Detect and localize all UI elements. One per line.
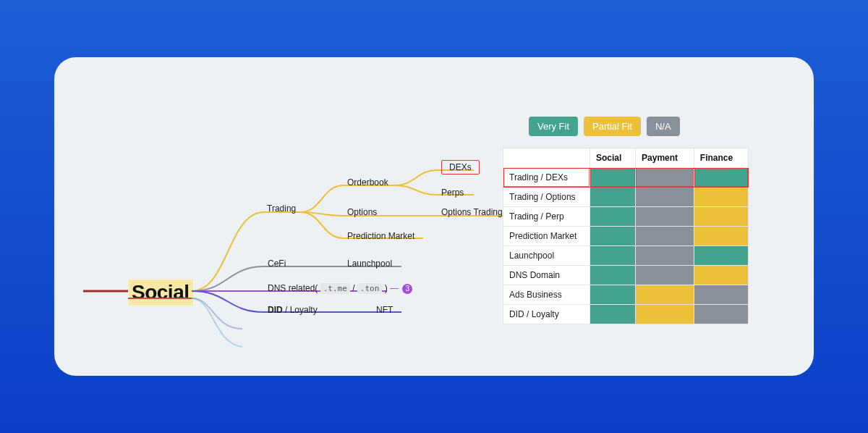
fit-cell xyxy=(694,168,748,188)
node-dexs: DEXs xyxy=(441,160,480,175)
row-label: Ads Business xyxy=(503,285,590,305)
fit-cell xyxy=(590,305,636,324)
fit-cell xyxy=(590,266,636,285)
row-label: Trading / Perp xyxy=(503,207,590,227)
legend-very-fit: Very Fit xyxy=(529,117,578,136)
node-dns: DNS related( .t.me / .ton ) — 3 xyxy=(268,283,412,294)
table-row: Trading / DEXs xyxy=(503,168,749,188)
row-label: Trading / DEXs xyxy=(503,168,590,188)
table-row: Launchpool xyxy=(503,246,749,266)
fit-cell xyxy=(636,266,694,285)
fit-cell xyxy=(636,285,694,305)
legend: Very Fit Partial Fit N/A xyxy=(529,117,763,136)
dns-sep: / xyxy=(352,283,357,293)
node-cefi: CeFi xyxy=(268,258,286,269)
dns-tag-1: .t.me xyxy=(320,283,350,294)
dns-badge: 3 xyxy=(402,284,412,294)
node-options-trading: Options Trading xyxy=(441,207,503,217)
table-row: DID / Loyalty xyxy=(503,305,749,324)
fit-cell xyxy=(694,207,748,227)
row-label: DNS Domain xyxy=(503,266,590,285)
legend-na: N/A xyxy=(647,117,680,136)
fit-cell xyxy=(694,266,748,285)
fit-cell xyxy=(636,168,694,188)
fit-cell xyxy=(636,305,694,324)
dns-prefix: DNS related( xyxy=(268,283,318,293)
dns-suffix: ) xyxy=(385,283,388,293)
row-label: Launchpool xyxy=(503,246,590,266)
node-nft: NFT xyxy=(376,305,393,315)
fit-cell xyxy=(636,246,694,266)
fit-cell xyxy=(636,207,694,227)
table-row: Trading / Perp xyxy=(503,207,749,227)
table-row: DNS Domain xyxy=(503,266,749,285)
node-prediction: Prediction Market xyxy=(347,231,414,241)
table-header-row: Social Payment Finance xyxy=(503,148,749,168)
fit-cell xyxy=(694,305,748,324)
fit-cell xyxy=(590,246,636,266)
row-label: Prediction Market xyxy=(503,227,590,246)
fit-cell xyxy=(694,285,748,305)
table-row: Ads Business xyxy=(503,285,749,305)
node-trading: Trading xyxy=(267,203,296,214)
row-label: Trading / Options xyxy=(503,188,590,207)
legend-partial-fit: Partial Fit xyxy=(584,117,641,136)
node-options: Options xyxy=(347,207,377,217)
fit-matrix-block: Very Fit Partial Fit N/A Social Payment … xyxy=(503,117,763,324)
node-launchpool: Launchpool xyxy=(347,258,392,269)
fit-cell xyxy=(590,227,636,246)
table-row: Trading / Options xyxy=(503,188,749,207)
row-label: DID / Loyalty xyxy=(503,305,590,324)
node-orderbook: Orderbook xyxy=(347,177,388,188)
fit-cell xyxy=(636,188,694,207)
fit-matrix-table: Social Payment Finance Trading / DEXsTra… xyxy=(503,148,749,324)
fit-cell xyxy=(694,188,748,207)
node-did-loyalty: DID / Loyalty xyxy=(268,305,318,315)
col-social: Social xyxy=(590,148,636,168)
fit-cell xyxy=(590,188,636,207)
node-perps: Perps xyxy=(441,188,464,198)
fit-cell xyxy=(636,227,694,246)
fit-cell xyxy=(590,207,636,227)
table-row: Prediction Market xyxy=(503,227,749,246)
col-finance: Finance xyxy=(694,148,748,168)
fit-cell xyxy=(590,285,636,305)
content-card: Social xyxy=(54,57,814,376)
dns-tag-2: .ton xyxy=(357,283,383,294)
fit-cell xyxy=(694,227,748,246)
col-payment: Payment xyxy=(636,148,694,168)
fit-cell xyxy=(590,168,636,188)
fit-cell xyxy=(694,246,748,266)
